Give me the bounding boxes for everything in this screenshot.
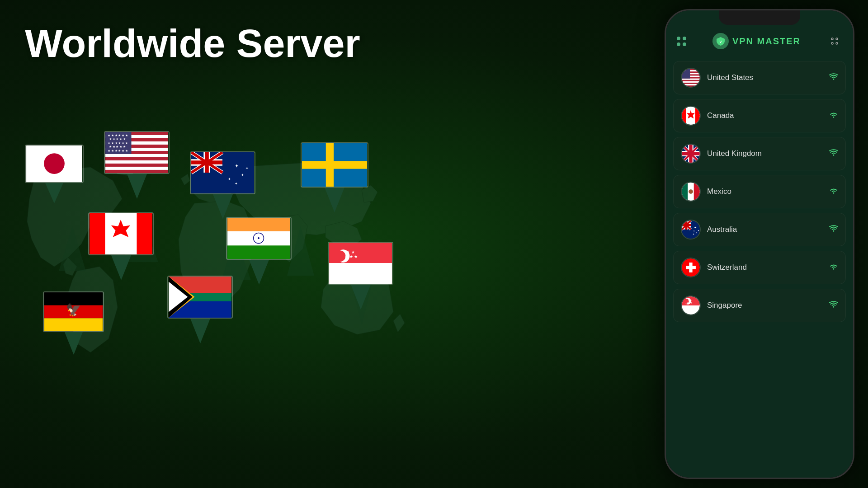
server-item-gb[interactable]: United Kingdom <box>673 137 846 170</box>
flag-pin-singapore: ★ ★ ★ ★ ★ <box>328 242 393 310</box>
menu-button[interactable] <box>677 37 686 46</box>
svg-text:✦: ✦ <box>228 177 231 181</box>
page-title: Worldwide Server <box>25 23 360 64</box>
wifi-icon-gb <box>829 149 838 159</box>
flag-pin-germany: 🦅 <box>43 291 104 355</box>
server-name-mx: Mexico <box>707 187 829 196</box>
svg-text:✦: ✦ <box>245 166 249 170</box>
svg-rect-71 <box>682 79 700 80</box>
wifi-icon-au <box>829 225 838 235</box>
server-name-gb: United Kingdom <box>707 149 829 158</box>
flag-pin-usa: ★ ★ ★ ★ ★ ★ ★ ★ ★ ★ ★ ★ ★ ★ ★ ★ ★ ★ ★ ★ … <box>104 131 170 199</box>
svg-rect-92 <box>694 183 700 201</box>
svg-rect-42 <box>227 218 290 231</box>
svg-text:★★★: ★★★ <box>687 301 693 304</box>
svg-text:V: V <box>719 40 722 44</box>
svg-text:✦: ✦ <box>693 233 694 235</box>
server-item-mx[interactable]: Mexico <box>673 175 846 208</box>
flag-pin-sweden <box>301 142 368 212</box>
svg-text:★ ★ ★ ★ ★ ★: ★ ★ ★ ★ ★ ★ <box>108 141 128 145</box>
flag-pin-india <box>226 217 292 285</box>
svg-rect-43 <box>227 245 290 259</box>
svg-rect-77 <box>682 107 686 125</box>
svg-rect-91 <box>682 183 688 201</box>
svg-text:★ ★ ★ ★ ★: ★ ★ ★ ★ ★ <box>109 145 126 148</box>
svg-rect-112 <box>686 266 696 269</box>
svg-rect-73 <box>682 84 700 85</box>
phone-wrapper: V VPN MASTER <box>665 9 854 479</box>
server-name-ch: Switzerland <box>707 263 829 272</box>
flag-sg: ★★ ★★★ <box>681 296 701 315</box>
flag-us <box>681 68 701 88</box>
dot-3 <box>677 42 680 46</box>
dot-4 <box>683 42 686 46</box>
svg-point-63 <box>836 38 838 40</box>
title-container: Worldwide Server <box>25 23 360 73</box>
server-name-au: Australia <box>707 225 829 234</box>
server-item-ca[interactable]: Canada <box>673 99 846 132</box>
phone-frame: V VPN MASTER <box>665 9 854 479</box>
svg-text:✦: ✦ <box>235 163 239 169</box>
svg-rect-74 <box>682 69 690 79</box>
wifi-icon-ca <box>829 111 838 121</box>
map-container: ★ ★ ★ ★ ★ ★ ★ ★ ★ ★ ★ ★ ★ ★ ★ ★ ★ ★ ★ ★ … <box>0 54 461 461</box>
dot-2 <box>683 37 686 40</box>
logo-shield-icon: V <box>712 33 729 49</box>
svg-rect-21 <box>90 213 105 254</box>
flag-mx <box>681 182 701 202</box>
flag-ch <box>681 258 701 277</box>
svg-point-6 <box>44 153 65 174</box>
server-list: United States <box>666 56 853 327</box>
svg-rect-22 <box>137 213 152 254</box>
svg-rect-78 <box>695 107 700 125</box>
flag-au: ✦ ✦ ✦ ✦ ✦ <box>681 220 701 239</box>
svg-text:★ ★ ★: ★ ★ ★ <box>345 254 358 259</box>
phone-screen: V VPN MASTER <box>666 10 853 478</box>
svg-rect-11 <box>105 154 168 157</box>
server-item-au[interactable]: ✦ ✦ ✦ ✦ ✦ Australia <box>673 213 846 246</box>
flag-pin-southafrica <box>167 276 233 343</box>
flag-pin-canada <box>88 212 154 280</box>
server-item-ch[interactable]: Switzerland <box>673 251 846 284</box>
svg-point-65 <box>836 42 838 44</box>
svg-text:★ ★ ★ ★ ★ ★: ★ ★ ★ ★ ★ ★ <box>108 134 128 137</box>
svg-text:✦: ✦ <box>696 231 698 234</box>
flag-ca <box>681 106 701 126</box>
svg-text:✦: ✦ <box>241 173 244 177</box>
svg-text:🦅: 🦅 <box>66 303 81 317</box>
svg-point-64 <box>831 42 833 44</box>
wifi-icon-sg <box>829 301 838 310</box>
settings-button[interactable] <box>827 33 842 49</box>
server-name-sg: Singapore <box>707 301 829 310</box>
flag-pin-australia: ✦ ✦ ✦ ✦ ✦ <box>190 151 255 219</box>
svg-rect-47 <box>329 263 392 284</box>
svg-rect-52 <box>44 318 103 331</box>
svg-rect-72 <box>682 81 700 83</box>
app-name: VPN MASTER <box>732 36 801 47</box>
svg-text:✦: ✦ <box>235 182 238 186</box>
logo-area: V VPN MASTER <box>712 33 801 49</box>
server-name-us: United States <box>707 73 829 82</box>
wifi-icon-mx <box>829 187 838 197</box>
svg-text:★ ★ ★ ★ ★: ★ ★ ★ ★ ★ <box>109 137 126 141</box>
flag-pin-japan <box>25 145 84 203</box>
server-item-sg[interactable]: ★★ ★★★ Singapore <box>673 289 846 322</box>
dot-1 <box>677 37 680 40</box>
phone-notch <box>719 10 800 25</box>
svg-text:✦: ✦ <box>693 230 695 232</box>
svg-point-93 <box>689 189 693 193</box>
server-item-us[interactable]: United States <box>673 61 846 94</box>
svg-text:★ ★: ★ ★ <box>346 250 354 254</box>
svg-rect-13 <box>105 167 168 170</box>
svg-text:★ ★ ★ ★ ★ ★: ★ ★ ★ ★ ★ ★ <box>108 149 128 152</box>
wifi-icon-ch <box>829 263 838 272</box>
svg-text:✦: ✦ <box>694 225 697 230</box>
svg-rect-40 <box>302 161 367 169</box>
svg-point-62 <box>831 38 833 40</box>
svg-point-45 <box>258 237 259 239</box>
server-name-ca: Canada <box>707 111 829 120</box>
wifi-icon-us <box>829 73 838 83</box>
flag-gb <box>681 144 701 164</box>
svg-text:✦: ✦ <box>698 230 699 232</box>
svg-rect-12 <box>105 160 168 164</box>
